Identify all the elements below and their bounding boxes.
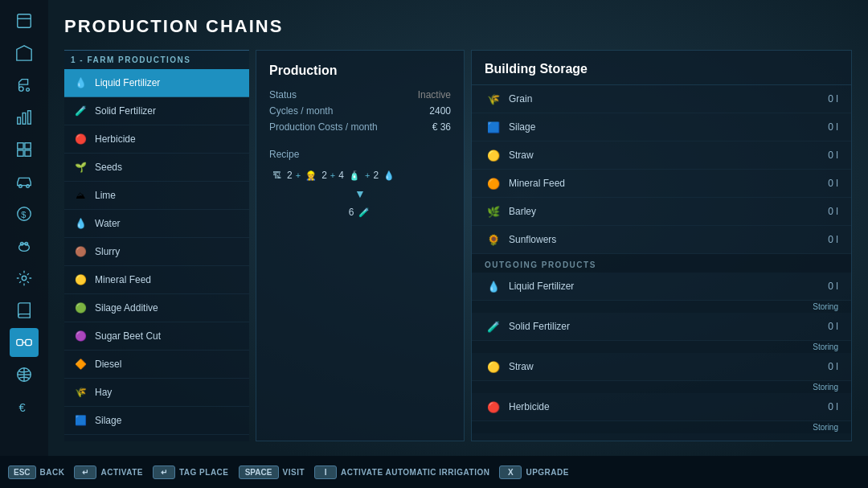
cycles-row: Cycles / month 2400	[269, 105, 451, 117]
storage-icon-grain: 🌾	[485, 90, 502, 108]
prod-item-icon-diesel: 🔶	[72, 356, 88, 372]
storage-item-barley: 🌿 Barley 0 l	[472, 198, 851, 226]
sidebar-icon-vehicle[interactable]	[10, 167, 39, 196]
svg-text:$: $	[21, 210, 26, 219]
key-label-tag: TAG PLACE	[179, 468, 229, 477]
key-badge-space: SPACE	[239, 465, 279, 479]
key-label-activate: ACTIVATE	[100, 468, 143, 477]
recipe-icon-output: 🧪	[357, 205, 371, 219]
recipe-icon-slurry: 🧴	[347, 168, 362, 182]
svg-rect-10	[25, 150, 31, 156]
svg-point-3	[27, 88, 30, 92]
prod-item-icon-liquid-fertilizer: 💧	[72, 75, 88, 91]
storage-amount-barley: 0 l	[828, 206, 838, 217]
sidebar-icon-tractor[interactable]	[10, 71, 39, 100]
recipe-plus-1: +	[296, 170, 301, 180]
prod-item-silage-2[interactable]: 🟦Silage	[64, 435, 249, 441]
prod-item-label-sugar-beet-cut: Sugar Beet Cut	[95, 330, 161, 342]
sidebar-icon-chart[interactable]	[10, 103, 39, 132]
key-tag-place[interactable]: ↵ TAG PLACE	[153, 465, 229, 479]
key-badge-i: I	[314, 465, 337, 479]
status-row: Status Inactive	[269, 89, 451, 100]
storing-label-3: Storing	[472, 381, 851, 393]
key-upgrade[interactable]: X UPGRADE	[499, 465, 569, 479]
prod-item-seeds[interactable]: 🌱Seeds	[64, 154, 249, 182]
prod-item-lime[interactable]: ⛰Lime	[64, 182, 249, 210]
prod-item-icon-solid-fertilizer: 🧪	[72, 103, 88, 119]
storage-amount-silage: 0 l	[828, 121, 838, 133]
prod-item-label-lime: Lime	[95, 190, 116, 201]
storage-icon-seeds: 🌱	[485, 438, 502, 441]
prod-item-slurry[interactable]: 🟤Slurry	[64, 238, 249, 266]
prod-item-icon-seeds: 🌱	[72, 159, 88, 175]
cycles-label: Cycles / month	[269, 105, 333, 117]
key-badge-activate: ↵	[74, 465, 96, 479]
prod-item-mineral-feed[interactable]: 🟡Mineral Feed	[64, 266, 249, 294]
sidebar-icon-book[interactable]	[10, 296, 39, 325]
key-label-irrigation: ACTIVATE AUTOMATIC IRRIGATION	[341, 468, 489, 477]
storage-name-solid-fert: Solid Fertilizer	[509, 321, 828, 332]
outgoing-section-label: OUTGOING PRODUCTS	[472, 254, 851, 273]
svg-text:€: €	[19, 401, 26, 414]
prod-item-icon-herbicide: 🔴	[72, 131, 88, 147]
sidebar-icon-gear[interactable]	[10, 264, 39, 293]
svg-point-12	[27, 185, 30, 188]
key-label-visit: VISIT	[283, 468, 305, 477]
prod-item-liquid-fertilizer[interactable]: 💧Liquid Fertilizer	[64, 69, 249, 97]
costs-row: Production Costs / month € 36	[269, 121, 451, 133]
prod-item-label-seeds: Seeds	[95, 162, 122, 173]
key-irrigation[interactable]: I ACTIVATE AUTOMATIC IRRIGATION	[314, 465, 489, 479]
svg-rect-20	[26, 339, 31, 345]
key-badge-x: X	[499, 465, 522, 479]
sidebar-icon-grid[interactable]	[10, 135, 39, 164]
svg-rect-8	[25, 143, 31, 149]
prod-item-label-silage-additive: Silage Additive	[95, 302, 158, 314]
sidebar-icon-chain[interactable]	[10, 328, 39, 357]
prod-item-label-hay: Hay	[95, 387, 112, 398]
sidebar-icon-farm[interactable]	[10, 39, 39, 68]
storage-amount-sunflowers: 0 l	[828, 234, 838, 245]
storage-name-grain: Grain	[509, 93, 828, 105]
sidebar-icon-globe[interactable]	[10, 360, 39, 389]
costs-value: € 36	[432, 121, 451, 133]
storage-items-list: 🌾 Grain 0 l 🟦 Silage 0 l 🟡 Straw 0 l 🟠 M…	[472, 85, 851, 441]
prod-item-water[interactable]: 💧Water	[64, 210, 249, 238]
prod-item-label-liquid-fertilizer: Liquid Fertilizer	[95, 77, 160, 88]
sidebar-icon-cow[interactable]	[10, 232, 39, 260]
sidebar-icon-euro[interactable]: €	[10, 392, 39, 421]
key-esc[interactable]: ESC BACK	[8, 465, 64, 479]
storage-icon-mineral-feed: 🟠	[485, 174, 502, 192]
prod-item-silage-additive[interactable]: 🟢Silage Additive	[64, 294, 249, 322]
storing-label-4: Storing	[472, 421, 851, 433]
storage-icon-straw-out: 🟡	[485, 358, 502, 375]
key-visit[interactable]: SPACE VISIT	[239, 465, 305, 479]
building-storage-panel: Building Storage 🌾 Grain 0 l 🟦 Silage 0 …	[471, 50, 852, 441]
recipe-icon-water: 💧	[382, 168, 396, 182]
recipe-icon-workers: 👷	[304, 168, 318, 182]
recipe-num-3: 4	[338, 170, 344, 181]
cycles-value: 2400	[429, 105, 451, 117]
key-activate[interactable]: ↵ ACTIVATE	[74, 465, 143, 479]
sidebar-icon-money[interactable]: $	[10, 199, 39, 228]
prod-item-sugar-beet-cut[interactable]: 🟣Sugar Beet Cut	[64, 322, 249, 351]
svg-point-18	[22, 276, 27, 281]
key-badge-tag: ↵	[153, 465, 175, 479]
prod-item-solid-fertilizer[interactable]: 🧪Solid Fertilizer	[64, 97, 249, 125]
prod-item-icon-slurry: 🟤	[72, 244, 88, 260]
sidebar-icon-map[interactable]	[10, 6, 39, 35]
prod-item-herbicide[interactable]: 🔴Herbicide	[64, 125, 249, 154]
recipe-plus-3: +	[365, 170, 370, 180]
prod-item-label-slurry: Slurry	[95, 246, 120, 257]
key-label-upgrade: UPGRADE	[526, 468, 569, 477]
prod-item-diesel[interactable]: 🔶Diesel	[64, 351, 249, 379]
storage-amount-liquid-fert: 0 l	[828, 281, 838, 292]
storage-icon-barley: 🌿	[485, 203, 502, 220]
storage-name-sunflowers: Sunflowers	[509, 234, 828, 245]
prod-item-hay[interactable]: 🌾Hay	[64, 379, 249, 407]
key-label-back: BACK	[40, 468, 65, 477]
bottom-bar: ESC BACK ↵ ACTIVATE ↵ TAG PLACE SPACE VI…	[0, 456, 868, 488]
key-badge-esc: ESC	[8, 465, 36, 479]
storage-item-seeds: 🌱 Seeds 0 l	[472, 433, 851, 441]
prod-item-label-herbicide: Herbicide	[95, 133, 136, 145]
prod-item-silage-1[interactable]: 🟦Silage	[64, 407, 249, 435]
